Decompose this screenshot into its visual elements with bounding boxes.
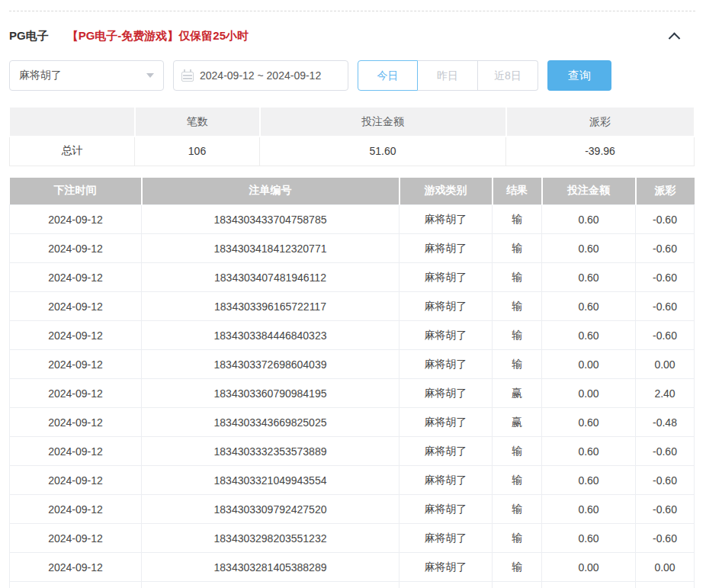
bet-amount-cell: 0.60 [542, 205, 636, 234]
order-id-cell: 1834303372698604039 [142, 350, 400, 379]
result-cell: 赢 [493, 379, 542, 408]
col-header-payout: 派彩 [636, 178, 695, 205]
result-cell: 输 [493, 437, 542, 466]
bet-amount-cell: 0.60 [542, 466, 636, 495]
empty-cell [142, 582, 400, 588]
bet-records-table: 下注时间 注单编号 游戏类别 结果 投注金额 派彩 2024-09-121834… [9, 178, 695, 588]
payout-cell: -0.60 [636, 205, 695, 234]
top-dashed-divider [9, 11, 695, 11]
result-cell: 输 [493, 495, 542, 524]
order-id-cell: 1834303309792427520 [142, 495, 400, 524]
bet-time-cell: 2024-09-12 [10, 321, 142, 350]
order-id-cell: 1834303343669825025 [142, 408, 400, 437]
retention-notice: 【PG电子-免费游戏】仅保留25小时 [67, 29, 249, 43]
bet-time-cell: 2024-09-12 [10, 263, 142, 292]
result-cell: 赢 [493, 408, 542, 437]
result-cell: 输 [493, 263, 542, 292]
bet-time-cell: 2024-09-12 [10, 466, 142, 495]
payout-cell: -0.48 [636, 408, 695, 437]
order-id-cell: 1834303281405388289 [142, 553, 400, 582]
summary-total-label: 总计 [10, 137, 135, 165]
query-button[interactable]: 查询 [547, 60, 611, 91]
betting-records-panel: PG电子 【PG电子-免费游戏】仅保留25小时 麻将胡了 2024-09-12 … [0, 0, 706, 588]
calendar-icon [181, 72, 194, 82]
chevron-up-icon [668, 32, 680, 44]
game-select[interactable]: 麻将胡了 [9, 60, 164, 91]
order-id-cell: 1834303396165722117 [142, 292, 400, 321]
payout-cell: -0.60 [636, 437, 695, 466]
bet-time-cell: 2024-09-12 [10, 205, 142, 234]
bet-amount-cell: 0.60 [542, 292, 636, 321]
summary-header-row: 笔数 投注金额 派彩 [10, 108, 695, 137]
order-id-cell: 1834303360790984195 [142, 379, 400, 408]
col-header-result: 结果 [493, 178, 542, 205]
col-header-bet-amount: 投注金额 [542, 178, 636, 205]
today-button[interactable]: 今日 [358, 60, 418, 91]
result-cell: 输 [493, 292, 542, 321]
order-id-cell: 1834303407481946112 [142, 263, 400, 292]
table-row: 2024-09-121834303298203551232麻将胡了输0.60-0… [10, 524, 695, 553]
table-row: 2024-09-121834303418412320771麻将胡了输0.60-0… [10, 234, 695, 263]
summary-header-blank [10, 108, 135, 137]
table-row: 2024-09-121834303321049943554麻将胡了输0.60-0… [10, 466, 695, 495]
order-id-cell: 1834303298203551232 [142, 524, 400, 553]
payout-cell: -0.60 [636, 466, 695, 495]
col-header-order-id: 注单编号 [142, 178, 400, 205]
game-type-cell: 麻将胡了 [400, 263, 493, 292]
bet-time-cell: 2024-09-12 [10, 437, 142, 466]
quick-date-button-group: 今日 昨日 近8日 [358, 60, 538, 91]
payout-cell: -0.60 [636, 263, 695, 292]
summary-total-count: 106 [135, 137, 260, 165]
empty-cell [10, 582, 142, 588]
bet-time-cell: 2024-09-12 [10, 292, 142, 321]
payout-cell: -0.60 [636, 524, 695, 553]
table-row: 2024-09-121834303372698604039麻将胡了输0.000.… [10, 350, 695, 379]
bet-time-cell: 2024-09-12 [10, 408, 142, 437]
last8days-button[interactable]: 近8日 [478, 60, 538, 91]
game-type-cell: 麻将胡了 [400, 495, 493, 524]
bet-amount-cell: 0.60 [542, 263, 636, 292]
game-type-cell: 麻将胡了 [400, 321, 493, 350]
table-row: 2024-09-121834303332353573889麻将胡了输0.60-0… [10, 437, 695, 466]
bet-amount-cell: 0.00 [542, 350, 636, 379]
payout-cell: -0.60 [636, 321, 695, 350]
bet-amount-cell: 0.60 [542, 321, 636, 350]
payout-cell: 0.00 [636, 350, 695, 379]
caret-down-icon [146, 73, 154, 78]
game-type-cell: 麻将胡了 [400, 350, 493, 379]
date-range-value: 2024-09-12 ~ 2024-09-12 [200, 69, 321, 82]
bet-amount-cell: 0.60 [542, 437, 636, 466]
summary-total-bet-amount: 51.60 [260, 137, 506, 165]
game-type-cell: 麻将胡了 [400, 437, 493, 466]
game-select-value: 麻将胡了 [19, 69, 62, 82]
table-row: 2024-09-121834303309792427520麻将胡了输0.60-0… [10, 495, 695, 524]
bet-amount-cell: 0.60 [542, 495, 636, 524]
result-cell: 输 [493, 205, 542, 234]
bet-time-cell: 2024-09-12 [10, 379, 142, 408]
summary-total-payout: -39.96 [506, 137, 695, 165]
payout-cell: 2.40 [636, 379, 695, 408]
table-row-partial [10, 582, 695, 588]
empty-cell [542, 582, 636, 588]
table-row: 2024-09-121834303360790984195麻将胡了赢0.002.… [10, 379, 695, 408]
result-cell: 输 [493, 553, 542, 582]
empty-cell [400, 582, 493, 588]
bet-time-cell: 2024-09-12 [10, 524, 142, 553]
game-type-cell: 麻将胡了 [400, 292, 493, 321]
result-cell: 输 [493, 321, 542, 350]
bet-time-cell: 2024-09-12 [10, 234, 142, 263]
summary-header-payout: 派彩 [506, 108, 695, 137]
empty-cell [493, 582, 542, 588]
bet-table-header-row: 下注时间 注单编号 游戏类别 结果 投注金额 派彩 [10, 178, 695, 205]
table-row: 2024-09-121834303433704758785麻将胡了输0.60-0… [10, 205, 695, 234]
game-type-cell: 麻将胡了 [400, 379, 493, 408]
order-id-cell: 1834303384446840323 [142, 321, 400, 350]
order-id-cell: 1834303332353573889 [142, 437, 400, 466]
yesterday-button[interactable]: 昨日 [418, 60, 478, 91]
bet-amount-cell: 0.60 [542, 408, 636, 437]
collapse-panel-button[interactable] [666, 28, 682, 43]
date-range-input[interactable]: 2024-09-12 ~ 2024-09-12 [173, 60, 348, 91]
game-type-cell: 麻将胡了 [400, 553, 493, 582]
table-row: 2024-09-121834303281405388289麻将胡了输0.000.… [10, 553, 695, 582]
game-type-cell: 麻将胡了 [400, 524, 493, 553]
